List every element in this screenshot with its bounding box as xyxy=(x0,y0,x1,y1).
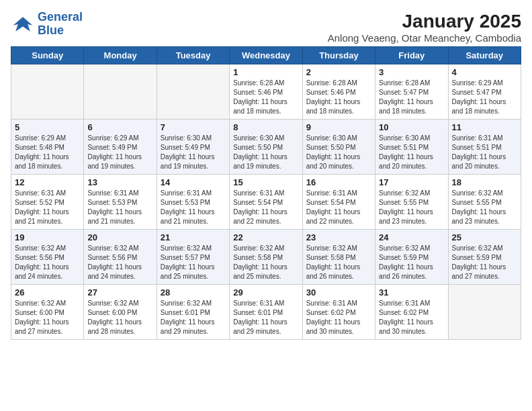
day-info: Sunrise: 6:32 AM Sunset: 5:57 PM Dayligh… xyxy=(161,244,226,281)
weekday-header-thursday: Thursday xyxy=(302,47,375,64)
day-info: Sunrise: 6:29 AM Sunset: 5:48 PM Dayligh… xyxy=(15,134,80,171)
day-info: Sunrise: 6:30 AM Sunset: 5:50 PM Dayligh… xyxy=(233,134,298,171)
day-number: 15 xyxy=(233,177,298,187)
day-info: Sunrise: 6:28 AM Sunset: 5:46 PM Dayligh… xyxy=(233,79,298,116)
calendar-title: January 2025 xyxy=(328,11,521,32)
day-number: 4 xyxy=(452,67,517,77)
day-number: 14 xyxy=(161,177,226,187)
calendar-cell: 2Sunrise: 6:28 AM Sunset: 5:46 PM Daylig… xyxy=(302,64,375,120)
logo-line2: Blue xyxy=(38,24,64,37)
day-number: 17 xyxy=(379,177,444,187)
weekday-header-row: SundayMondayTuesdayWednesdayThursdayFrid… xyxy=(11,47,521,64)
day-info: Sunrise: 6:31 AM Sunset: 6:02 PM Dayligh… xyxy=(306,299,371,336)
calendar-cell: 26Sunrise: 6:32 AM Sunset: 6:00 PM Dayli… xyxy=(11,285,84,340)
day-info: Sunrise: 6:31 AM Sunset: 6:01 PM Dayligh… xyxy=(233,299,298,336)
day-number: 13 xyxy=(87,177,152,187)
calendar-cell: 16Sunrise: 6:31 AM Sunset: 5:54 PM Dayli… xyxy=(302,175,375,230)
logo-line1: General xyxy=(38,10,83,24)
weekday-header-tuesday: Tuesday xyxy=(157,47,229,64)
calendar-cell: 23Sunrise: 6:32 AM Sunset: 5:58 PM Dayli… xyxy=(302,230,375,285)
day-number: 31 xyxy=(379,287,444,298)
calendar-cell: 24Sunrise: 6:32 AM Sunset: 5:59 PM Dayli… xyxy=(375,230,448,285)
calendar-cell: 29Sunrise: 6:31 AM Sunset: 6:01 PM Dayli… xyxy=(230,285,302,340)
weekday-header-wednesday: Wednesday xyxy=(230,47,302,64)
day-info: Sunrise: 6:31 AM Sunset: 5:51 PM Dayligh… xyxy=(452,134,517,171)
weekday-header-sunday: Sunday xyxy=(11,47,84,64)
calendar-week-row: 26Sunrise: 6:32 AM Sunset: 6:00 PM Dayli… xyxy=(11,285,521,340)
day-number: 22 xyxy=(233,232,298,242)
calendar-cell: 31Sunrise: 6:31 AM Sunset: 6:02 PM Dayli… xyxy=(375,285,448,340)
day-info: Sunrise: 6:32 AM Sunset: 5:56 PM Dayligh… xyxy=(87,244,152,281)
calendar-cell: 1Sunrise: 6:28 AM Sunset: 5:46 PM Daylig… xyxy=(230,64,302,120)
calendar-cell: 11Sunrise: 6:31 AM Sunset: 5:51 PM Dayli… xyxy=(448,120,521,175)
calendar-cell: 7Sunrise: 6:30 AM Sunset: 5:49 PM Daylig… xyxy=(157,120,229,175)
calendar-cell: 5Sunrise: 6:29 AM Sunset: 5:48 PM Daylig… xyxy=(11,120,84,175)
calendar-cell: 8Sunrise: 6:30 AM Sunset: 5:50 PM Daylig… xyxy=(230,120,302,175)
page-header: General Blue January 2025 Anlong Veaeng,… xyxy=(11,11,521,44)
calendar-cell xyxy=(11,64,84,120)
calendar-cell: 25Sunrise: 6:32 AM Sunset: 5:59 PM Dayli… xyxy=(448,230,521,285)
day-number: 16 xyxy=(306,177,371,187)
day-number: 2 xyxy=(306,67,371,77)
day-info: Sunrise: 6:32 AM Sunset: 5:56 PM Dayligh… xyxy=(15,244,80,281)
day-info: Sunrise: 6:30 AM Sunset: 5:50 PM Dayligh… xyxy=(306,134,371,171)
day-info: Sunrise: 6:32 AM Sunset: 5:58 PM Dayligh… xyxy=(233,244,298,281)
day-number: 19 xyxy=(15,232,80,242)
calendar-cell xyxy=(448,285,521,340)
day-number: 11 xyxy=(452,122,517,132)
day-number: 1 xyxy=(233,67,298,77)
calendar-cell: 4Sunrise: 6:29 AM Sunset: 5:47 PM Daylig… xyxy=(448,64,521,120)
svg-marker-0 xyxy=(13,17,33,32)
day-info: Sunrise: 6:32 AM Sunset: 5:59 PM Dayligh… xyxy=(379,244,444,281)
calendar-week-row: 5Sunrise: 6:29 AM Sunset: 5:48 PM Daylig… xyxy=(11,120,521,175)
day-info: Sunrise: 6:32 AM Sunset: 6:00 PM Dayligh… xyxy=(15,299,80,336)
day-info: Sunrise: 6:32 AM Sunset: 5:59 PM Dayligh… xyxy=(452,244,517,281)
calendar-cell xyxy=(157,64,229,120)
calendar-cell: 22Sunrise: 6:32 AM Sunset: 5:58 PM Dayli… xyxy=(230,230,302,285)
day-number: 23 xyxy=(306,232,371,242)
weekday-header-saturday: Saturday xyxy=(448,47,521,64)
title-block: January 2025 Anlong Veaeng, Otar Meanche… xyxy=(328,11,521,44)
calendar-cell: 21Sunrise: 6:32 AM Sunset: 5:57 PM Dayli… xyxy=(157,230,229,285)
day-info: Sunrise: 6:31 AM Sunset: 5:53 PM Dayligh… xyxy=(87,189,152,226)
day-info: Sunrise: 6:31 AM Sunset: 5:54 PM Dayligh… xyxy=(306,189,371,226)
calendar-cell: 17Sunrise: 6:32 AM Sunset: 5:55 PM Dayli… xyxy=(375,175,448,230)
calendar-cell: 10Sunrise: 6:30 AM Sunset: 5:51 PM Dayli… xyxy=(375,120,448,175)
day-info: Sunrise: 6:32 AM Sunset: 6:00 PM Dayligh… xyxy=(87,299,152,336)
day-number: 20 xyxy=(87,232,152,242)
calendar-cell: 9Sunrise: 6:30 AM Sunset: 5:50 PM Daylig… xyxy=(302,120,375,175)
calendar-week-row: 12Sunrise: 6:31 AM Sunset: 5:52 PM Dayli… xyxy=(11,175,521,230)
logo-icon xyxy=(11,12,35,36)
day-info: Sunrise: 6:30 AM Sunset: 5:51 PM Dayligh… xyxy=(379,134,444,171)
day-number: 26 xyxy=(15,287,80,298)
calendar-cell: 12Sunrise: 6:31 AM Sunset: 5:52 PM Dayli… xyxy=(11,175,84,230)
day-number: 7 xyxy=(161,122,226,132)
calendar-cell: 14Sunrise: 6:31 AM Sunset: 5:53 PM Dayli… xyxy=(157,175,229,230)
logo-text: General Blue xyxy=(38,11,83,38)
day-number: 10 xyxy=(379,122,444,132)
day-number: 5 xyxy=(15,122,80,132)
day-info: Sunrise: 6:31 AM Sunset: 5:52 PM Dayligh… xyxy=(15,189,80,226)
day-info: Sunrise: 6:28 AM Sunset: 5:47 PM Dayligh… xyxy=(379,79,444,116)
day-info: Sunrise: 6:29 AM Sunset: 5:49 PM Dayligh… xyxy=(87,134,152,171)
day-number: 21 xyxy=(161,232,226,242)
calendar-cell xyxy=(84,64,157,120)
weekday-header-friday: Friday xyxy=(375,47,448,64)
day-number: 25 xyxy=(452,232,517,242)
day-info: Sunrise: 6:32 AM Sunset: 5:55 PM Dayligh… xyxy=(452,189,517,226)
day-number: 18 xyxy=(452,177,517,187)
calendar-cell: 3Sunrise: 6:28 AM Sunset: 5:47 PM Daylig… xyxy=(375,64,448,120)
day-info: Sunrise: 6:30 AM Sunset: 5:49 PM Dayligh… xyxy=(161,134,226,171)
day-number: 24 xyxy=(379,232,444,242)
day-info: Sunrise: 6:28 AM Sunset: 5:46 PM Dayligh… xyxy=(306,79,371,116)
day-info: Sunrise: 6:31 AM Sunset: 5:53 PM Dayligh… xyxy=(161,189,226,226)
calendar-week-row: 1Sunrise: 6:28 AM Sunset: 5:46 PM Daylig… xyxy=(11,64,521,120)
day-info: Sunrise: 6:32 AM Sunset: 5:58 PM Dayligh… xyxy=(306,244,371,281)
weekday-header-monday: Monday xyxy=(84,47,157,64)
day-number: 12 xyxy=(15,177,80,187)
day-info: Sunrise: 6:32 AM Sunset: 5:55 PM Dayligh… xyxy=(379,189,444,226)
calendar-cell: 6Sunrise: 6:29 AM Sunset: 5:49 PM Daylig… xyxy=(84,120,157,175)
day-number: 9 xyxy=(306,122,371,132)
calendar-week-row: 19Sunrise: 6:32 AM Sunset: 5:56 PM Dayli… xyxy=(11,230,521,285)
day-number: 6 xyxy=(87,122,152,132)
